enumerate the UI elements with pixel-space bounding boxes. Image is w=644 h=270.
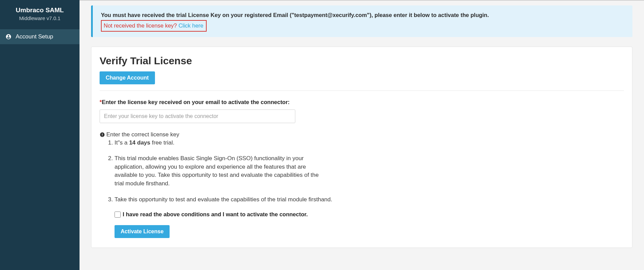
info-item-2: This trial module enables Basic Single S… [115,154,322,188]
info-item-1: It"s a 14 days free trial. [115,139,322,147]
consent-checkbox[interactable] [115,212,121,218]
alert-question: Not received the license key? [104,22,178,29]
license-field-label-text: Enter the license key received on your e… [102,99,290,105]
consent-row: I have read the above conditions and I w… [115,211,624,218]
app-version: Middleware v7.0.1 [7,15,73,21]
info-list: It"s a 14 days free trial. This trial mo… [115,139,624,204]
resend-license-link[interactable]: Click here [178,22,203,29]
warn-line: Enter the correct license key [100,131,624,138]
change-account-button[interactable]: Change Account [100,71,155,84]
main-content: You must have received the trial License… [80,0,644,270]
exclamation-circle-icon [100,132,105,137]
sidebar-item-account-setup[interactable]: Account Setup [0,29,80,44]
info-item-3: Take this opportunity to test and evalua… [115,196,346,204]
sidebar-item-label: Account Setup [16,33,53,40]
card-title: Verify Trial License [100,55,624,67]
sidebar-header: Umbraco SAML Middleware v7.0.1 [0,6,80,29]
user-circle-icon [5,34,12,40]
activate-license-button[interactable]: Activate License [115,225,170,238]
info-alert: You must have received the trial License… [91,5,632,37]
app-title: Umbraco SAML [7,6,73,15]
license-key-input[interactable] [100,109,295,123]
consent-label: I have read the above conditions and I w… [123,211,308,218]
license-field-label: *Enter the license key received on your … [100,99,624,105]
divider [100,90,624,91]
warn-text: Enter the correct license key [106,131,179,138]
sidebar: Umbraco SAML Middleware v7.0.1 Account S… [0,0,80,270]
verify-license-card: Verify Trial License Change Account *Ent… [91,47,632,248]
alert-main-text: You must have received the trial License… [101,11,626,19]
alert-highlight-box: Not received the license key? Click here [101,20,207,32]
